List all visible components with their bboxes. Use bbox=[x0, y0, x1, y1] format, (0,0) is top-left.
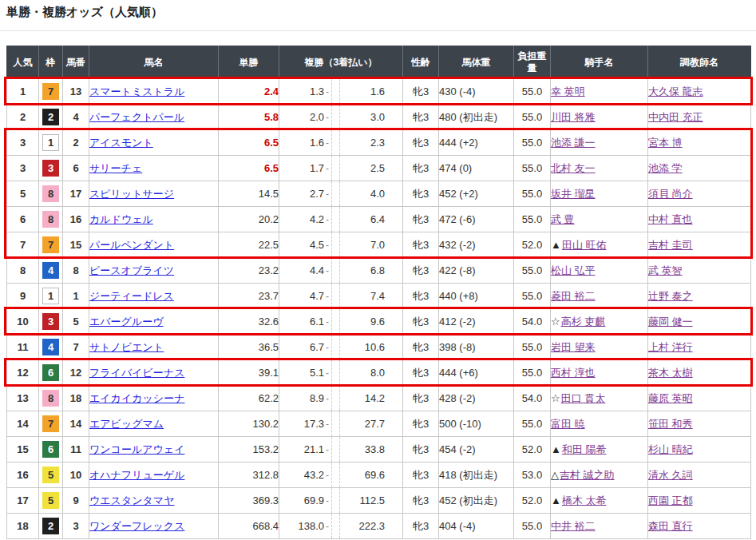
place-odds-low: 6.7 bbox=[279, 341, 324, 353]
apprentice-mark: △ bbox=[551, 469, 559, 481]
horse-name-link[interactable]: ウエスタンタマヤ bbox=[89, 494, 174, 506]
jockey-link[interactable]: 北村 友一 bbox=[551, 162, 596, 174]
jockey-link[interactable]: 坂井 瑠星 bbox=[551, 188, 596, 200]
trainer-cell: 茶木 太樹 bbox=[648, 360, 751, 386]
horse-name-link[interactable]: ピースオブライツ bbox=[89, 264, 174, 276]
trainer-link[interactable]: 西園 正都 bbox=[648, 494, 693, 506]
frame-badge: 3 bbox=[42, 160, 59, 177]
trainer-link[interactable]: 中内田 充正 bbox=[648, 111, 703, 123]
table-row: 1147サトノビエント36.56.7-10.6牝3398 (-8)55.0岩田 … bbox=[7, 335, 751, 360]
frame-cell: 1 bbox=[39, 284, 63, 309]
horse-name-cell: ジーティードレス bbox=[89, 284, 219, 309]
place-odds-separator: - bbox=[324, 521, 331, 532]
jockey-link[interactable]: 田山 旺佑 bbox=[562, 239, 607, 251]
carried-weight: 54.0 bbox=[514, 309, 551, 335]
horse-name-link[interactable]: フライバイビーナス bbox=[89, 367, 184, 379]
carried-weight: 55.0 bbox=[514, 181, 551, 207]
horse-name-link[interactable]: サリーチェ bbox=[89, 162, 142, 174]
sex-age: 牝3 bbox=[403, 130, 439, 156]
rank-cell: 12 bbox=[7, 360, 39, 386]
trainer-link[interactable]: 辻野 泰之 bbox=[648, 290, 693, 302]
jockey-link[interactable]: 武 豊 bbox=[551, 213, 575, 225]
header-sex-age: 性齢 bbox=[403, 46, 439, 79]
rank-cell: 3 bbox=[7, 130, 39, 156]
trainer-link[interactable]: 須貝 尚介 bbox=[648, 188, 693, 200]
trainer-cell: 上村 洋行 bbox=[648, 335, 751, 360]
trainer-link[interactable]: 宮本 博 bbox=[648, 137, 683, 149]
horse-name-link[interactable]: スピリットサージ bbox=[89, 188, 174, 200]
place-odds-low: 43.2 bbox=[279, 469, 324, 481]
horse-name-cell: スマートミストラル bbox=[89, 79, 219, 105]
horse-number: 5 bbox=[63, 309, 89, 335]
horse-name-link[interactable]: ジーティードレス bbox=[89, 290, 174, 302]
jockey-link[interactable]: 富田 暁 bbox=[551, 418, 585, 430]
place-odds: 5.1-8.0 bbox=[279, 360, 403, 386]
horse-name-link[interactable]: オハナフリューゲル bbox=[89, 469, 184, 481]
jockey-cell: 武 豊 bbox=[551, 207, 648, 232]
sex-age: 牝3 bbox=[403, 79, 439, 105]
horse-name-link[interactable]: エバーグルーヴ bbox=[89, 316, 164, 328]
place-odds: 4.7-7.4 bbox=[279, 284, 403, 309]
horse-name-link[interactable]: パーフェクトパール bbox=[89, 111, 184, 123]
jockey-link[interactable]: 吉村 誠之助 bbox=[560, 469, 615, 481]
jockey-link[interactable]: 松山 弘平 bbox=[551, 264, 596, 276]
rank-cell: 18 bbox=[7, 514, 39, 539]
place-odds-divider bbox=[331, 360, 340, 385]
place-odds-high: 222.3 bbox=[340, 520, 385, 532]
jockey-cell: 幸 英明 bbox=[551, 79, 648, 105]
sex-age: 牝3 bbox=[403, 232, 439, 258]
trainer-link[interactable]: 中村 直也 bbox=[648, 213, 693, 225]
jockey-link[interactable]: 池添 謙一 bbox=[551, 137, 596, 149]
place-odds: 2.7-4.0 bbox=[279, 181, 403, 207]
jockey-link[interactable]: 橋木 太希 bbox=[562, 494, 607, 506]
place-odds-separator: - bbox=[324, 367, 331, 379]
horse-name-link[interactable]: エイカイカッシーナ bbox=[89, 392, 184, 404]
frame-badge: 5 bbox=[42, 492, 59, 509]
sex-age: 牝3 bbox=[403, 463, 439, 488]
jockey-link[interactable]: 高杉 吏麒 bbox=[561, 316, 606, 328]
horse-weight: 418 (初出走) bbox=[439, 463, 514, 488]
trainer-link[interactable]: 吉村 圭司 bbox=[648, 239, 693, 251]
horse-number: 4 bbox=[63, 105, 89, 130]
rank-cell: 6 bbox=[7, 207, 39, 232]
jockey-link[interactable]: 幸 英明 bbox=[551, 85, 585, 97]
trainer-link[interactable]: 笹田 和秀 bbox=[648, 418, 693, 430]
horse-name-link[interactable]: アイスモント bbox=[89, 137, 153, 149]
trainer-link[interactable]: 藤岡 健一 bbox=[648, 316, 693, 328]
carried-weight: 55.0 bbox=[514, 156, 551, 181]
jockey-link[interactable]: 田口 貫太 bbox=[561, 392, 606, 404]
place-odds-separator: - bbox=[324, 163, 331, 174]
horse-name-link[interactable]: パールペンダント bbox=[89, 239, 174, 251]
place-odds-divider bbox=[331, 130, 340, 155]
horse-name-cell: ウエスタンタマヤ bbox=[89, 488, 219, 514]
trainer-link[interactable]: 武 英智 bbox=[648, 264, 683, 276]
horse-name-link[interactable]: ワンダーフレックス bbox=[89, 520, 184, 532]
jockey-link[interactable]: 和田 陽希 bbox=[562, 443, 607, 455]
jockey-link[interactable]: 菱田 裕二 bbox=[551, 290, 596, 302]
trainer-link[interactable]: 上村 洋行 bbox=[648, 341, 693, 353]
jockey-link[interactable]: 西村 淳也 bbox=[551, 367, 596, 379]
trainer-link[interactable]: 茶木 太樹 bbox=[648, 367, 693, 379]
trainer-link[interactable]: 森田 直行 bbox=[648, 520, 693, 532]
horse-number: 2 bbox=[63, 130, 89, 156]
jockey-link[interactable]: 中井 裕二 bbox=[551, 520, 596, 532]
horse-weight: 428 (-2) bbox=[439, 386, 514, 411]
horse-name-link[interactable]: カルドウェル bbox=[89, 213, 153, 225]
trainer-link[interactable]: 大久保 龍志 bbox=[648, 85, 703, 97]
table-row: 15611ワンコールアウェイ153.221.1-33.8牝3454 (-2)52… bbox=[7, 437, 751, 463]
trainer-link[interactable]: 池添 学 bbox=[648, 162, 683, 174]
trainer-link[interactable]: 藤原 英昭 bbox=[648, 392, 693, 404]
trainer-link[interactable]: 杉山 晴紀 bbox=[648, 443, 693, 455]
horse-name-link[interactable]: サトノビエント bbox=[89, 341, 164, 353]
horse-name-link[interactable]: エアビッグマム bbox=[89, 418, 164, 430]
jockey-link[interactable]: 川田 将雅 bbox=[551, 111, 596, 123]
place-odds: 69.9-112.5 bbox=[279, 488, 403, 514]
table-row: 13818エイカイカッシーナ62.28.9-14.2牝3428 (-2)54.0… bbox=[7, 386, 751, 411]
horse-name-link[interactable]: ワンコールアウェイ bbox=[89, 443, 184, 455]
horse-name-link[interactable]: スマートミストラル bbox=[89, 85, 184, 97]
trainer-link[interactable]: 清水 久詞 bbox=[648, 469, 693, 481]
rank-cell: 7 bbox=[7, 232, 39, 258]
horse-number: 7 bbox=[63, 335, 89, 360]
jockey-link[interactable]: 岩田 望来 bbox=[551, 341, 596, 353]
place-odds-low: 4.2 bbox=[279, 213, 324, 225]
